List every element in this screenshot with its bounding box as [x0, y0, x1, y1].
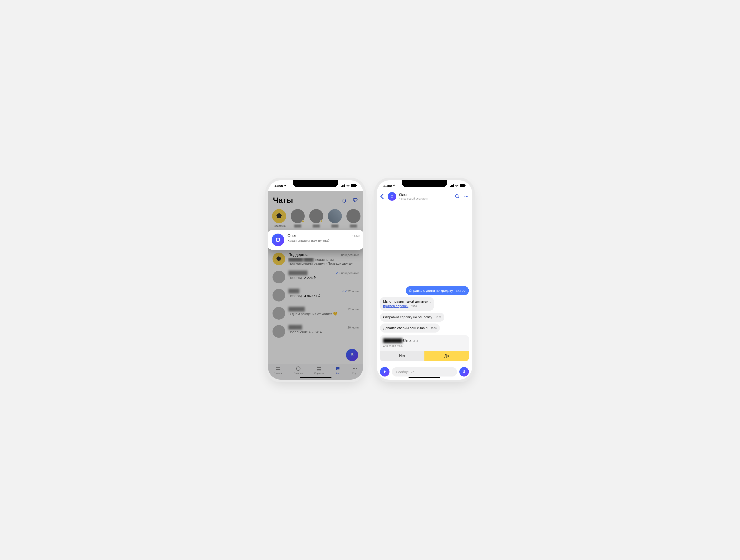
email-prompt: Это ваш e-mail?: [383, 344, 466, 347]
email-no-button[interactable]: Нет: [380, 351, 425, 361]
home-indicator[interactable]: [408, 377, 440, 378]
tab-label: Еще: [353, 372, 357, 374]
chat-item-support[interactable]: Поддержка понедельник ██████ ████, недав…: [268, 250, 363, 268]
chat-name: Олег: [399, 193, 452, 197]
chat-name-blurred: █████: [288, 325, 302, 330]
quick-action-button[interactable]: [380, 367, 389, 376]
story-label: Поддержка: [273, 224, 285, 227]
chat-name-blurred: ███████: [288, 271, 307, 275]
search-button[interactable]: [455, 194, 460, 199]
chat-item-deposit[interactable]: █████ 20 июня Пополнение +5 520 ₽: [268, 322, 363, 340]
chat-item-transfer[interactable]: ███████ ✓✓понедельник Перевод -2 223 ₽: [268, 268, 363, 286]
chat-subtitle: Финансовый ассистент: [399, 197, 452, 200]
story-item[interactable]: ████: [309, 209, 323, 227]
message-input-bar: Сообщение: [380, 367, 469, 376]
chat-name: Поддержка: [288, 253, 308, 257]
story-item[interactable]: ████: [347, 209, 361, 227]
message-time: 15:58: [456, 290, 461, 292]
avatar-letter: О: [391, 194, 393, 199]
story-item[interactable]: ████: [291, 209, 305, 227]
chat-time: понедельник: [341, 253, 359, 257]
message-outgoing[interactable]: Справка о долге по кредиту 15:58✓✓: [406, 286, 469, 295]
story-avatar-icon: [328, 209, 342, 223]
svg-rect-13: [465, 185, 466, 186]
chat-time: 14:50: [352, 234, 360, 238]
story-label-blurred: ████: [331, 224, 338, 227]
notifications-button[interactable]: [342, 198, 347, 203]
svg-point-11: [356, 368, 357, 369]
chat-item-transfer[interactable]: ████ ✓✓22 июля Перевод -4 849,67 ₽: [268, 286, 363, 304]
voice-fab-button[interactable]: [346, 349, 358, 361]
svg-point-4: [296, 367, 300, 371]
svg-rect-8: [319, 369, 321, 370]
avatar-oleg-icon[interactable]: О: [388, 192, 396, 201]
message-time: 15:58: [411, 305, 417, 308]
story-support[interactable]: Поддержка: [272, 209, 286, 227]
avatar-icon: [273, 289, 285, 302]
more-button[interactable]: [464, 194, 469, 199]
voice-input-button[interactable]: [459, 367, 469, 376]
tab-more[interactable]: Еще: [352, 366, 358, 374]
search-icon: [455, 194, 460, 199]
read-check-icon: ✓✓: [336, 271, 341, 275]
avatar-icon: [273, 325, 285, 338]
notch: [402, 180, 447, 187]
chat-title-area[interactable]: Олег Финансовый ассистент: [399, 193, 452, 200]
story-item[interactable]: ████: [328, 209, 342, 227]
tab-label: Главная: [274, 372, 282, 374]
svg-point-15: [465, 196, 465, 197]
email-yes-button[interactable]: Да: [425, 351, 469, 361]
chat-name: Олег: [287, 234, 296, 238]
messages-area[interactable]: Справка о долге по кредиту 15:58✓✓ Мы от…: [377, 203, 472, 363]
story-label-blurred: ████: [294, 224, 301, 227]
back-button[interactable]: [379, 193, 385, 200]
home-indicator[interactable]: [300, 377, 332, 378]
chat-item-birthday[interactable]: ██████ 12 июля С днём рождения от коллег…: [268, 304, 363, 322]
chat-item-oleg-highlighted[interactable]: О Олег 14:50 Какая справка вам нужна?: [268, 230, 363, 250]
chevron-left-icon: [380, 194, 384, 199]
tab-home[interactable]: Главная: [274, 366, 282, 374]
chat-time: 20 июня: [348, 326, 359, 329]
tab-label: Сервисы: [314, 372, 324, 374]
cellular-icon: [342, 185, 345, 187]
story-avatar-icon: [272, 209, 286, 223]
bolt-icon: [383, 370, 387, 374]
read-check-icon: ✓✓: [342, 290, 347, 293]
tab-label: Чат: [336, 372, 340, 374]
svg-rect-7: [317, 369, 319, 370]
avatar-oleg-icon: О: [272, 234, 284, 246]
message-incoming[interactable]: Давайте сверим ваш e-mail? 15:58: [380, 324, 440, 333]
stories-row[interactable]: Поддержка ████ ████ ████ ████: [268, 207, 363, 230]
tab-payments[interactable]: Платежи: [294, 366, 303, 374]
story-label-blurred: ████: [350, 224, 357, 227]
svg-rect-3: [276, 368, 280, 369]
chat-name-blurred: ████: [288, 289, 299, 293]
message-input[interactable]: Сообщение: [392, 367, 457, 376]
tab-chat[interactable]: Чат: [335, 366, 341, 374]
avatar-letter: О: [275, 236, 280, 243]
svg-rect-1: [356, 185, 357, 186]
svg-point-16: [466, 196, 467, 197]
payments-icon: [296, 366, 301, 371]
microphone-icon: [350, 352, 355, 357]
svg-rect-2: [276, 367, 280, 370]
phone-right-chat-detail: 11:00 О Олег Финансовый ассистент: [377, 180, 472, 380]
message-text: Давайте сверим ваш e-mail?: [383, 326, 428, 330]
tab-services[interactable]: Сервисы: [314, 366, 324, 374]
battery-icon: [460, 184, 466, 187]
cellular-icon: [450, 185, 454, 187]
chat-preview: Пополнение +5 520 ₽: [288, 330, 359, 334]
story-avatar-icon: [309, 209, 323, 223]
message-incoming[interactable]: Отправим справку на эл. почту. 15:58: [380, 313, 444, 322]
chat-preview: С днём рождения от коллег 💛: [288, 312, 359, 316]
message-time: 15:58: [436, 316, 441, 319]
svg-rect-0: [351, 184, 356, 187]
message-incoming[interactable]: Мы отправим такой документ: пример справ…: [380, 297, 434, 311]
email-confirm-card: ███████@mail.ru Это ваш e-mail? Нет Да: [380, 335, 469, 361]
location-icon: [393, 184, 395, 187]
example-doc-link[interactable]: пример справки: [383, 304, 408, 308]
services-icon: [316, 366, 322, 371]
compose-button[interactable]: [353, 198, 358, 203]
chat-time: ✓✓22 июля: [342, 290, 359, 293]
avatar-icon: [273, 307, 285, 320]
